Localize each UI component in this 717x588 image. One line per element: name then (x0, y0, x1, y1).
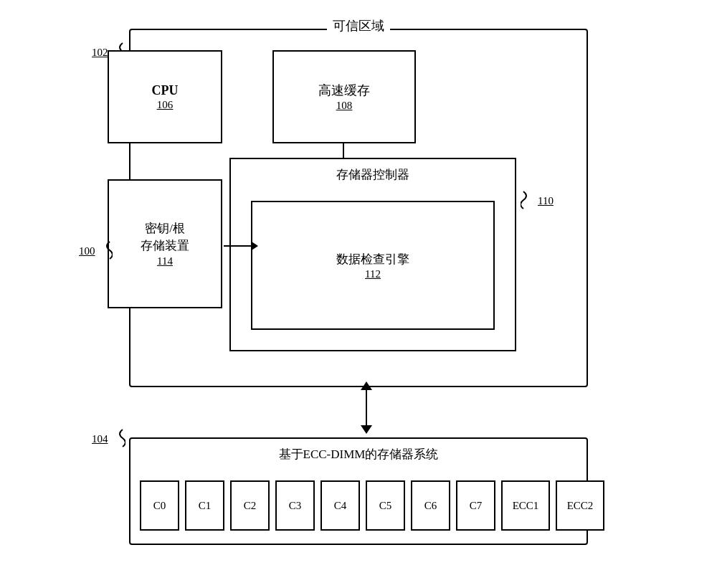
label-110-text: 110 (538, 195, 554, 207)
chip-c4: C4 (320, 480, 360, 531)
cache-box: 高速缓存 108 (272, 50, 416, 143)
ecc-system-label: 基于ECC-DIMM的存储器系统 (279, 446, 439, 463)
label-100: 100 (79, 240, 113, 262)
cpu-box: CPU 106 (108, 50, 222, 143)
label-104-text: 104 (92, 433, 108, 445)
label-100-text: 100 (79, 245, 95, 257)
key-storage-num: 114 (157, 255, 173, 267)
chip-c7: C7 (456, 480, 495, 531)
cpu-num: 106 (157, 99, 174, 110)
chip-c1: C1 (185, 480, 224, 531)
cpu-label: CPU (152, 83, 179, 98)
key-storage-label: 密钥/根 存储装置 (141, 220, 189, 255)
squiggle-110 (521, 190, 536, 212)
label-102-text: 102 (92, 47, 108, 59)
squiggle-100 (97, 240, 113, 262)
arrow-down-head (361, 425, 372, 434)
squiggle-104 (110, 428, 125, 450)
chips-row: C0C1C2C3C4C5C6C7ECC1ECC2 (140, 480, 604, 531)
data-engine-label: 数据检查引擎 (336, 251, 409, 267)
chip-c2: C2 (230, 480, 270, 531)
chip-c5: C5 (366, 480, 405, 531)
chip-c0: C0 (140, 480, 179, 531)
cache-num: 108 (336, 100, 353, 111)
arrow-shaft (366, 387, 367, 427)
chip-c6: C6 (411, 480, 450, 531)
data-engine-num: 112 (365, 268, 381, 280)
mem-ctrl-label: 存储器控制器 (336, 166, 409, 183)
chip-ecc2: ECC2 (556, 480, 604, 531)
key-storage-box: 密钥/根 存储装置 114 (108, 179, 222, 308)
arrow-cache-to-memctrl (343, 143, 344, 159)
cache-label: 高速缓存 (318, 82, 370, 99)
label-104: 104 (92, 428, 125, 450)
trusted-zone-label: 可信区域 (327, 17, 390, 34)
label-110: 110 (521, 190, 554, 212)
arrow-key-to-engine (224, 245, 252, 247)
chip-c3: C3 (275, 480, 315, 531)
chip-ecc1: ECC1 (501, 480, 550, 531)
data-engine-box: 数据检查引擎 112 (251, 201, 495, 330)
